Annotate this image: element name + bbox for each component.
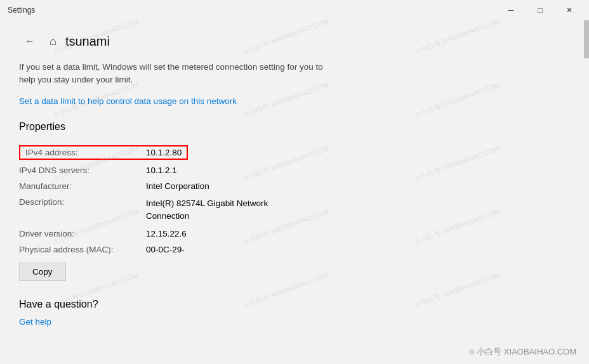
hw-description-label: Description: [19, 197, 146, 207]
dns-label: IPv4 DNS servers: [19, 166, 146, 175]
property-row-description: Description: Intel(R) 82574L Gigabit Net… [19, 194, 570, 226]
title-bar-controls: ─ □ ✕ [496, 0, 584, 20]
home-icon: ⌂ [50, 35, 56, 48]
driver-label: Driver version: [19, 229, 146, 238]
ipv4-label: IPv4 address: [25, 148, 121, 157]
hw-description-value: Intel(R) 82574L Gigabit NetworkConnectio… [146, 197, 268, 223]
property-row-manufacturer: Manufacturer: Intel Corporation [19, 178, 570, 194]
settings-content: ← ⌂ tsunami If you set a data limit, Win… [0, 20, 589, 364]
properties-section: Properties IPv4 address: 10.1.2.80 IPv4 … [19, 121, 570, 299]
property-row-ipv4: IPv4 address: 10.1.2.80 [19, 143, 570, 162]
properties-title: Properties [19, 121, 570, 133]
mac-value: 00-0C-29- [146, 245, 185, 254]
network-name: tsunami [65, 34, 110, 49]
property-row-dns: IPv4 DNS servers: 10.1.2.1 [19, 162, 570, 178]
back-button[interactable]: ← [19, 30, 41, 52]
dns-value: 10.1.2.1 [146, 166, 177, 175]
ipv4-value: 10.1.2.80 [146, 148, 182, 157]
property-row-mac: Physical address (MAC): 00-0C-29- [19, 242, 570, 257]
title-bar: Settings ─ □ ✕ [0, 0, 589, 20]
close-button[interactable]: ✕ [555, 0, 584, 20]
manufacturer-value: Intel Corporation [146, 181, 209, 191]
description-text: If you set a data limit, Windows will se… [19, 61, 336, 87]
scrollbar[interactable] [584, 20, 589, 364]
question-title: Have a question? [19, 299, 570, 310]
title-bar-left: Settings [8, 6, 35, 15]
mac-label: Physical address (MAC): [19, 245, 146, 254]
help-section: Have a question? Get help [19, 299, 570, 342]
copy-button[interactable]: Copy [19, 263, 66, 281]
minimize-button[interactable]: ─ [496, 0, 526, 20]
property-row-driver: Driver version: 12.15.22.6 [19, 226, 570, 242]
get-help-link[interactable]: Get help [19, 317, 51, 327]
manufacturer-label: Manufacturer: [19, 181, 146, 191]
driver-value: 12.15.22.6 [146, 229, 187, 238]
maximize-button[interactable]: □ [526, 0, 555, 20]
network-header: ← ⌂ tsunami [19, 20, 570, 61]
title-bar-title: Settings [8, 6, 35, 15]
data-limit-link[interactable]: Set a data limit to help control data us… [19, 96, 237, 106]
scrollbar-thumb[interactable] [584, 20, 589, 58]
